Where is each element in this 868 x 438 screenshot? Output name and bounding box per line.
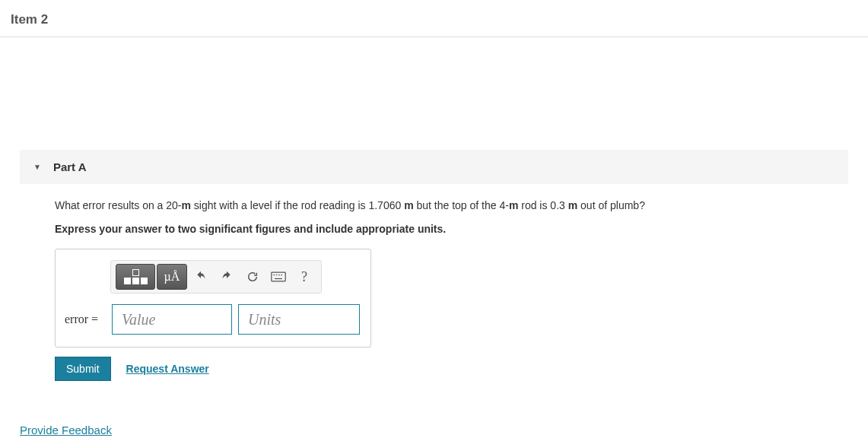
mu-angstrom-icon: µÅ	[164, 270, 180, 284]
q-unit-1: m	[182, 199, 191, 211]
keyboard-button[interactable]	[266, 264, 291, 290]
special-chars-button[interactable]: µÅ	[157, 264, 187, 290]
q-seg-3: but the top of the 4-	[414, 199, 509, 211]
q-seg-5: out of plumb?	[577, 199, 645, 211]
question-text: What error results on a 20-m sight with …	[55, 198, 848, 214]
q-seg-4: rod is 0.3	[518, 199, 568, 211]
instruction-text: Express your answer to two significant f…	[55, 223, 848, 235]
q-seg-2: sight with a level if the rod reading is…	[191, 199, 404, 211]
q-seg-1: What error results on a 20-	[55, 199, 182, 211]
feedback-section: Provide Feedback	[20, 424, 848, 436]
input-row: error =	[65, 304, 361, 335]
part-header[interactable]: ▼ Part A	[20, 150, 848, 184]
part-title: Part A	[53, 160, 87, 173]
value-input[interactable]	[112, 304, 232, 335]
content-area: ▼ Part A What error results on a 20-m si…	[0, 150, 868, 436]
reset-button[interactable]	[240, 264, 265, 290]
templates-button[interactable]	[116, 264, 155, 290]
answer-box: µÅ ? error =	[55, 249, 371, 348]
collapse-caret-icon[interactable]: ▼	[33, 163, 41, 171]
item-title: Item 2	[11, 12, 48, 27]
undo-button[interactable]	[189, 264, 213, 290]
question-block: What error results on a 20-m sight with …	[20, 184, 848, 381]
request-answer-link[interactable]: Request Answer	[126, 363, 209, 375]
redo-icon	[221, 271, 233, 283]
undo-icon	[195, 271, 207, 283]
reset-icon	[246, 271, 259, 283]
action-row: Submit Request Answer	[55, 357, 848, 381]
help-icon: ?	[301, 269, 307, 285]
q-unit-3: m	[509, 199, 518, 211]
provide-feedback-link[interactable]: Provide Feedback	[20, 424, 112, 436]
units-input[interactable]	[238, 304, 360, 335]
svg-rect-0	[272, 272, 285, 281]
submit-button[interactable]: Submit	[55, 357, 111, 381]
help-button[interactable]: ?	[292, 264, 316, 290]
redo-button[interactable]	[215, 264, 239, 290]
q-unit-4: m	[568, 199, 577, 211]
page-header: Item 2	[0, 0, 868, 37]
q-unit-2: m	[404, 199, 413, 211]
keyboard-icon	[271, 271, 286, 282]
input-toolbar: µÅ ?	[110, 260, 322, 294]
answer-label: error =	[65, 313, 106, 326]
templates-icon	[124, 269, 148, 284]
